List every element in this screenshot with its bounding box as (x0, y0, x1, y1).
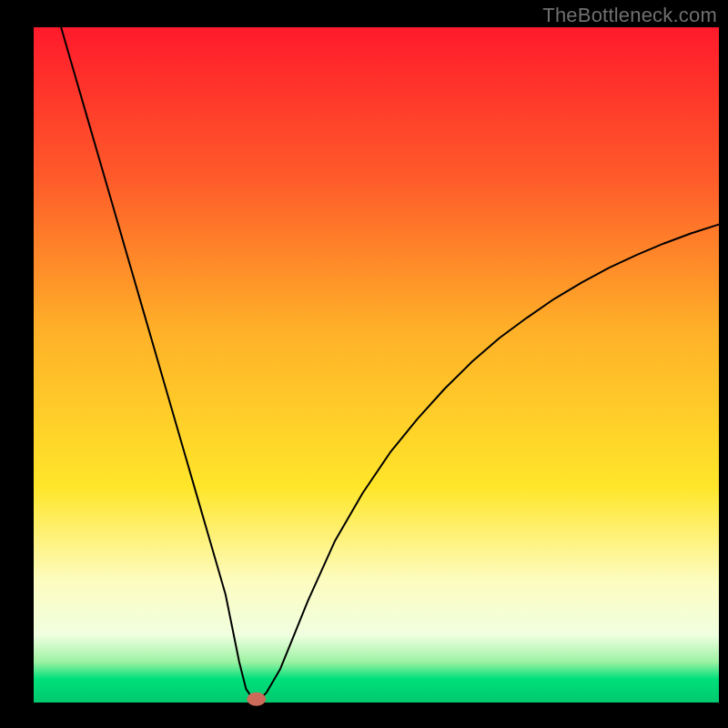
watermark-text: TheBottleneck.com (542, 4, 717, 27)
bottleneck-chart (0, 0, 728, 728)
chart-container: TheBottleneck.com (0, 0, 728, 728)
plot-background (34, 27, 719, 703)
optimum-marker (247, 693, 266, 706)
